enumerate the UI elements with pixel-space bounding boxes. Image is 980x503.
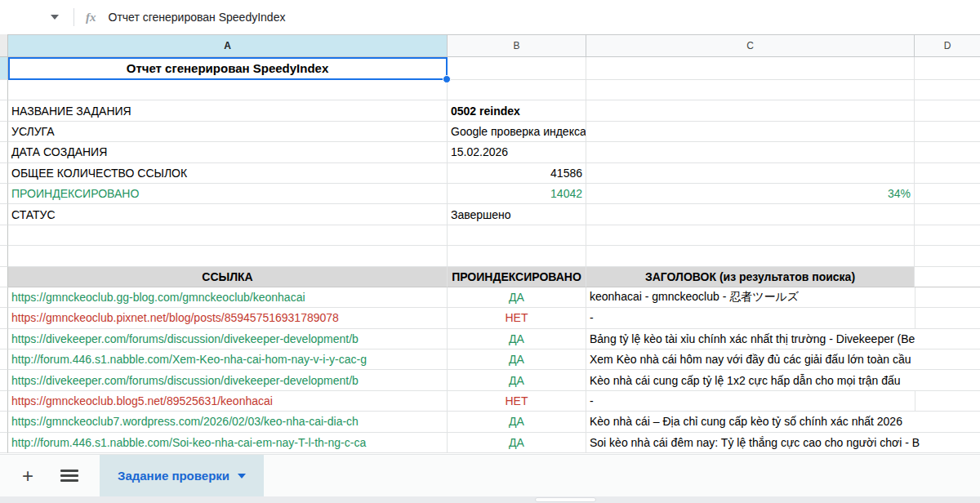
sheet-tab-dropdown-icon[interactable] xyxy=(238,474,246,479)
row-header[interactable] xyxy=(0,287,8,308)
cell[interactable] xyxy=(915,184,980,204)
row-header[interactable] xyxy=(0,184,8,204)
select-all-corner[interactable] xyxy=(0,34,8,57)
formula-input[interactable]: Отчет сгенерирован SpeedyIndex xyxy=(109,11,286,24)
cell[interactable] xyxy=(915,80,980,100)
cell[interactable] xyxy=(915,122,980,142)
info-label[interactable]: НАЗВАНИЕ ЗАДАНИЯ xyxy=(8,100,448,121)
row-header[interactable] xyxy=(0,412,8,432)
info-value[interactable]: Завершено xyxy=(448,204,586,225)
row-header[interactable] xyxy=(0,163,8,184)
cell[interactable] xyxy=(915,349,980,370)
indexed-percent[interactable]: 34% xyxy=(586,184,915,204)
url-cell[interactable]: https://divekeeper.com/forums/discussion… xyxy=(8,370,448,390)
table-header-title[interactable]: ЗАГОЛОВОК (из результатов поиска) xyxy=(586,267,915,287)
cell[interactable] xyxy=(586,57,915,80)
column-header-d[interactable]: D xyxy=(915,34,980,57)
info-label[interactable]: ПРОИНДЕКСИРОВАНО xyxy=(8,184,448,204)
cell[interactable] xyxy=(586,142,915,162)
title-cell[interactable]: keonhacai - gmnckeoclub - 忍者ツールズ xyxy=(586,287,915,308)
sheet-tab-active[interactable]: Задание проверки xyxy=(100,455,264,496)
cell[interactable] xyxy=(915,287,980,308)
indexed-cell[interactable]: ДА xyxy=(448,349,586,370)
info-value[interactable]: 15.02.2026 xyxy=(448,142,586,162)
row-header[interactable] xyxy=(0,391,8,412)
row-header[interactable] xyxy=(0,246,8,266)
cell[interactable] xyxy=(915,204,980,225)
cell[interactable] xyxy=(586,100,915,121)
info-label[interactable]: ОБЩЕЕ КОЛИЧЕСТВО ССЫЛОК xyxy=(8,163,448,184)
cell[interactable] xyxy=(448,80,586,100)
row-header[interactable] xyxy=(0,308,8,328)
indexed-cell[interactable]: ДА xyxy=(448,370,586,390)
cell[interactable] xyxy=(915,329,980,349)
report-title-cell[interactable]: Отчет сгенерирован SpeedyIndex xyxy=(8,57,448,80)
cell[interactable] xyxy=(915,57,980,80)
cell[interactable] xyxy=(915,308,980,328)
url-cell[interactable]: https://gmnckeoclub.blog5.net/89525631/k… xyxy=(8,391,448,412)
add-sheet-button[interactable]: + xyxy=(18,466,38,486)
cell[interactable] xyxy=(586,246,915,266)
url-cell[interactable]: http://forum.446.s1.nabble.com/Xem-Keo-n… xyxy=(8,349,448,370)
table-header-link[interactable]: ССЫЛКА xyxy=(8,267,448,287)
cell[interactable] xyxy=(915,391,980,412)
cell[interactable] xyxy=(915,246,980,266)
info-value[interactable]: Google проверка индексации xyxy=(448,122,586,142)
row-header[interactable] xyxy=(0,433,8,453)
url-cell[interactable]: https://gmnckeoclub7.wordpress.com/2026/… xyxy=(8,412,448,432)
row-header[interactable] xyxy=(0,122,8,142)
cell[interactable] xyxy=(8,225,448,246)
cell[interactable] xyxy=(915,163,980,184)
table-header-indexed[interactable]: ПРОИНДЕКСИРОВАНО xyxy=(448,267,586,287)
cell[interactable] xyxy=(448,225,586,246)
cell[interactable] xyxy=(448,246,586,266)
title-cell[interactable]: Xem Kèo nhà cái hôm nay với đầy đủ các g… xyxy=(586,349,915,370)
cell[interactable] xyxy=(915,433,980,453)
all-sheets-menu-icon[interactable] xyxy=(60,467,78,485)
indexed-cell[interactable]: ДА xyxy=(448,433,586,453)
url-cell[interactable]: https://divekeeper.com/forums/discussion… xyxy=(8,329,448,349)
cell[interactable] xyxy=(915,412,980,432)
info-label[interactable]: СТАТУС xyxy=(8,204,448,225)
cell[interactable] xyxy=(8,80,448,100)
name-box-dropdown-icon[interactable] xyxy=(51,15,59,20)
column-header-b[interactable]: B xyxy=(448,34,586,57)
row-header[interactable] xyxy=(0,225,8,246)
cell[interactable] xyxy=(915,267,980,287)
title-cell[interactable]: Kèo nhà cái cung cấp tỷ lệ 1x2 cực hấp d… xyxy=(586,370,915,390)
horizontal-scrollbar[interactable] xyxy=(0,496,980,503)
row-header-1[interactable] xyxy=(0,57,8,80)
row-header[interactable] xyxy=(0,349,8,370)
title-cell[interactable]: Soi kèo nhà cái đêm nay: Tỷ lệ thắng cực… xyxy=(586,433,915,453)
cell[interactable] xyxy=(586,163,915,184)
info-value[interactable]: 0502 reindex xyxy=(448,100,586,121)
cell[interactable] xyxy=(915,370,980,390)
indexed-cell[interactable]: ДА xyxy=(448,412,586,432)
cell[interactable] xyxy=(915,225,980,246)
row-header[interactable] xyxy=(0,80,8,100)
title-cell[interactable]: - xyxy=(586,391,915,412)
info-value[interactable]: 41586 xyxy=(448,163,586,184)
indexed-cell[interactable]: ДА xyxy=(448,329,586,349)
row-header[interactable] xyxy=(0,329,8,349)
row-header[interactable] xyxy=(0,142,8,162)
row-header[interactable] xyxy=(0,267,8,287)
row-header[interactable] xyxy=(0,370,8,390)
cell[interactable] xyxy=(448,57,586,80)
cell[interactable] xyxy=(586,80,915,100)
indexed-cell[interactable]: НЕТ xyxy=(448,308,586,328)
cell[interactable] xyxy=(8,246,448,266)
scrollbar-thumb[interactable] xyxy=(535,497,596,502)
url-cell[interactable]: https://gmnckeoclub.gg-blog.com/gmnckeoc… xyxy=(8,287,448,308)
column-header-c[interactable]: C xyxy=(586,34,915,57)
cell[interactable] xyxy=(915,100,980,121)
cell[interactable] xyxy=(915,142,980,162)
column-header-a[interactable]: A xyxy=(8,34,448,57)
cell[interactable] xyxy=(586,204,915,225)
title-cell[interactable]: Bảng tỷ lệ kèo tài xỉu chính xác nhất th… xyxy=(586,329,915,349)
cell[interactable] xyxy=(586,122,915,142)
info-label[interactable]: УСЛУГА xyxy=(8,122,448,142)
url-cell[interactable]: http://forum.446.s1.nabble.com/Soi-keo-n… xyxy=(8,433,448,453)
title-cell[interactable]: - xyxy=(586,308,915,328)
info-value[interactable]: 14042 xyxy=(448,184,586,204)
